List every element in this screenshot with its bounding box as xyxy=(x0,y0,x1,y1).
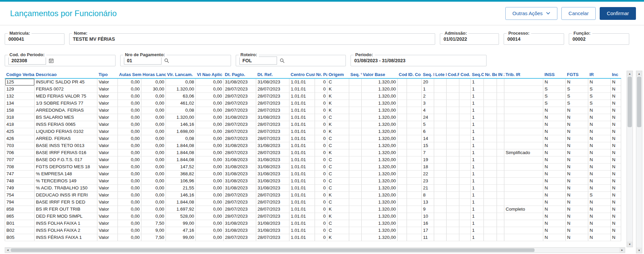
grid-cell[interactable]: N xyxy=(611,149,621,156)
grid-cell[interactable]: 0,00 xyxy=(196,142,224,149)
grid-cell[interactable]: Valor xyxy=(97,142,118,149)
grid-cell[interactable]: 28/07/2023 xyxy=(256,100,289,107)
grid-cell[interactable]: N xyxy=(566,171,588,178)
grid-cell[interactable]: 1.320,00 xyxy=(362,149,398,156)
grid-cell[interactable]: 1 xyxy=(471,192,484,199)
grid-cell[interactable]: 0,00 xyxy=(196,206,224,213)
grid-cell[interactable] xyxy=(447,128,459,135)
grid-cell[interactable] xyxy=(434,93,447,100)
grid-cell[interactable] xyxy=(497,142,504,149)
grid-cell[interactable]: 1 xyxy=(471,78,484,86)
grid-cell[interactable] xyxy=(459,142,471,149)
grid-cell[interactable] xyxy=(459,164,471,171)
grid-cell[interactable] xyxy=(407,114,422,121)
grid-cell[interactable] xyxy=(447,199,459,206)
grid-cell[interactable]: 0,00 xyxy=(118,234,141,241)
grid-cell[interactable]: C xyxy=(327,171,349,178)
grid-cell[interactable]: N xyxy=(566,227,588,234)
grid-cell[interactable] xyxy=(484,142,497,149)
grid-cell[interactable]: 0 xyxy=(315,93,327,100)
grid-cell[interactable]: N xyxy=(566,234,588,241)
grid-cell[interactable] xyxy=(398,107,407,114)
grid-cell[interactable]: 28/07/2023 xyxy=(224,206,256,213)
grid-cell[interactable]: INSS FOLHA FAIXA 1 xyxy=(35,220,97,227)
grid-cell[interactable] xyxy=(484,227,497,234)
scroll-down-icon[interactable]: ▼ xyxy=(636,248,642,253)
grid-cell[interactable]: 0 xyxy=(315,156,327,164)
grid-cell[interactable]: 1.01.01 xyxy=(289,86,315,93)
grid-cell[interactable]: 1 xyxy=(471,149,484,156)
grid-cell[interactable]: 0 xyxy=(315,135,327,142)
grid-cell[interactable] xyxy=(497,199,504,206)
grid-cell[interactable]: 0,00 xyxy=(141,171,166,178)
grid-cell[interactable]: 31/08/2023 xyxy=(224,78,256,86)
grid-cell[interactable] xyxy=(349,135,362,142)
grid-cell[interactable]: 3 xyxy=(422,100,434,107)
grid-cell[interactable] xyxy=(459,227,471,234)
grid-cell[interactable]: N xyxy=(543,156,566,164)
grid-cell[interactable]: 1 xyxy=(471,213,484,220)
grid-cell[interactable]: 0,00 xyxy=(118,206,141,213)
grid-cell[interactable] xyxy=(407,178,422,185)
grid-cell[interactable] xyxy=(447,220,459,227)
grid-cell[interactable] xyxy=(484,128,497,135)
grid-cell[interactable]: 0,00 xyxy=(118,128,141,135)
grid-cell[interactable]: LIQUIDO FERIAS 0102 xyxy=(35,128,97,135)
grid-cell[interactable]: BASE INSS TETO 0013 xyxy=(35,142,97,149)
grid-cell[interactable]: BS IR FER OUT TRIB xyxy=(35,206,97,213)
grid-cell[interactable]: 31/08/2023 xyxy=(256,185,289,192)
grid-cell[interactable]: N xyxy=(588,171,611,178)
grid-cell[interactable] xyxy=(398,220,407,227)
grid-cell[interactable]: N xyxy=(543,178,566,185)
grid-cell[interactable]: 31/08/2023 xyxy=(224,185,256,192)
grid-cell[interactable] xyxy=(504,78,543,86)
grid-cell[interactable] xyxy=(497,121,504,128)
grid-cell[interactable]: 28/07/2023 xyxy=(224,128,256,135)
grid-cell[interactable] xyxy=(497,107,504,114)
grid-cell[interactable] xyxy=(349,178,362,185)
grid-cell[interactable]: 0,00 xyxy=(118,192,141,199)
grid-cell[interactable]: 1/3 SOBRE FERIAS 77 xyxy=(35,100,97,107)
grid-cell[interactable] xyxy=(447,149,459,156)
grid-cell[interactable] xyxy=(459,135,471,142)
grid-cell[interactable]: 0,00 xyxy=(196,78,224,86)
grid-cell[interactable]: Valor xyxy=(97,185,118,192)
grid-cell[interactable]: N xyxy=(588,220,611,227)
grid-cell[interactable]: 1.01.01 xyxy=(289,199,315,206)
grid-cell[interactable]: 1 xyxy=(471,234,484,241)
search-icon[interactable] xyxy=(280,58,285,63)
grid-cell[interactable]: 1.320,00 xyxy=(362,192,398,199)
grid-cell[interactable]: Valor xyxy=(97,164,118,171)
grid-cell[interactable]: 24 xyxy=(422,114,434,121)
grid-cell[interactable] xyxy=(407,220,422,227)
grid-cell[interactable]: 28/07/2023 xyxy=(224,93,256,100)
grid-cell[interactable] xyxy=(447,206,459,213)
grid-cell[interactable]: 318 xyxy=(5,114,35,121)
grid-cell[interactable]: N xyxy=(588,164,611,171)
grid-cell[interactable]: BS SALARIO MES xyxy=(35,114,97,121)
grid-cell[interactable]: 31/08/2023 xyxy=(224,178,256,185)
grid-cell[interactable]: 461,02 xyxy=(166,100,196,107)
grid-cell[interactable] xyxy=(497,78,504,86)
grid-cell[interactable]: 0,00 xyxy=(118,156,141,164)
grid-cell[interactable] xyxy=(447,78,459,86)
grid-cell[interactable] xyxy=(398,164,407,171)
grid-cell[interactable]: 7,50 xyxy=(141,234,166,241)
grid-cell[interactable]: 31/08/2023 xyxy=(224,164,256,171)
grid-cell[interactable]: Valor xyxy=(97,107,118,114)
grid-cell[interactable]: 22 xyxy=(422,171,434,178)
grid-cell[interactable]: 0 xyxy=(315,199,327,206)
grid-cell[interactable]: 28/07/2023 xyxy=(224,149,256,156)
grid-cell[interactable]: S xyxy=(566,100,588,107)
grid-cell[interactable]: 706 xyxy=(5,149,35,156)
grid-cell[interactable]: 703 xyxy=(5,142,35,149)
grid-cell[interactable] xyxy=(504,156,543,164)
cancel-button[interactable]: Cancelar xyxy=(561,7,596,20)
grid-cell[interactable] xyxy=(434,192,447,199)
grid-cell[interactable]: C xyxy=(327,114,349,121)
grid-cell[interactable]: 1 xyxy=(471,227,484,234)
grid-cell[interactable]: 31/08/2023 xyxy=(224,114,256,121)
grid-cell[interactable] xyxy=(434,78,447,86)
grid-cell[interactable]: 31/08/2023 xyxy=(224,156,256,164)
grid-cell[interactable]: 0,00 xyxy=(196,149,224,156)
